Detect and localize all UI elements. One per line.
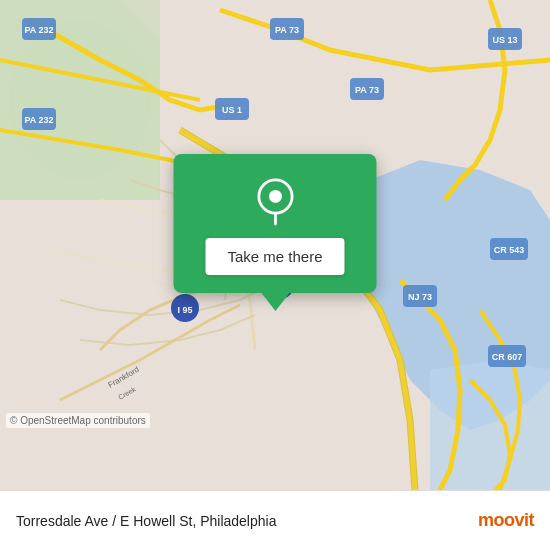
- svg-text:US 1: US 1: [222, 105, 242, 115]
- popup-tail: [261, 293, 289, 311]
- svg-text:PA 232: PA 232: [24, 115, 53, 125]
- svg-text:CR 543: CR 543: [494, 245, 525, 255]
- moovit-brand-text: moovit: [478, 510, 534, 531]
- svg-text:CR 607: CR 607: [492, 352, 523, 362]
- popup-card: Take me there: [173, 154, 376, 293]
- bottom-bar: Torresdale Ave / E Howell St, Philadelph…: [0, 490, 550, 550]
- location-name: Torresdale Ave / E Howell St, Philadelph…: [16, 513, 468, 529]
- svg-point-30: [269, 190, 282, 203]
- svg-text:PA 73: PA 73: [275, 25, 299, 35]
- svg-text:US 13: US 13: [492, 35, 517, 45]
- location-pin-icon: [251, 178, 299, 226]
- svg-text:PA 73: PA 73: [355, 85, 379, 95]
- take-me-there-button[interactable]: Take me there: [205, 238, 344, 275]
- copyright-text: © OpenStreetMap contributors: [6, 413, 150, 428]
- popup-overlay: Take me there: [173, 154, 376, 311]
- map-container: PA 232 PA 232 PA 73 PA 73 US 13 I 95 I 9…: [0, 0, 550, 490]
- svg-point-2: [10, 20, 150, 180]
- svg-text:NJ 73: NJ 73: [408, 292, 432, 302]
- moovit-logo: moovit: [478, 510, 534, 531]
- svg-text:PA 232: PA 232: [24, 25, 53, 35]
